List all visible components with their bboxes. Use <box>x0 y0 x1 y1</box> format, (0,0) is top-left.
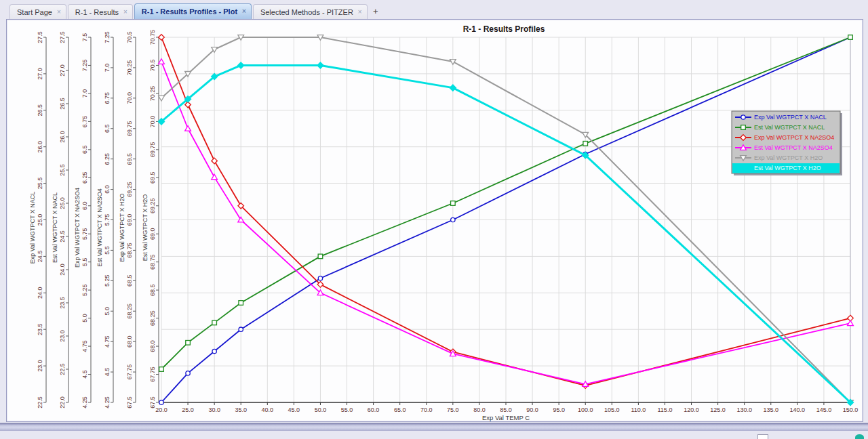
y-tick-label: 5.75 <box>81 228 88 240</box>
y-tick-label: 69.0 <box>149 228 156 240</box>
data-point-marker <box>185 126 191 131</box>
y-tick-label: 23.0 <box>37 360 43 372</box>
legend-row-6[interactable]: Est Val WGTPCT X H2O <box>732 163 840 173</box>
y-axis-title-6: Est Val WGTPCT X H2O <box>142 194 149 262</box>
x-tick-label: 90.0 <box>526 406 538 413</box>
tab-label: R-1 - Results Profiles - Plot <box>142 7 237 16</box>
x-axis-title: Exp Val TEMP C <box>482 414 530 421</box>
x-axis: 20.025.030.035.040.045.050.055.060.065.0… <box>155 402 858 421</box>
x-tick-label: 65.0 <box>394 406 406 413</box>
y-tick-label: 4.25 <box>104 396 111 409</box>
data-point-marker <box>848 320 854 326</box>
results-profiles-chart: 22.523.023.524.024.525.025.526.026.527.0… <box>7 20 863 421</box>
y-tick-label: 6.5 <box>104 124 111 133</box>
tab-r1-results-profiles-plot[interactable]: R-1 - Results Profiles - Plot× <box>134 3 252 19</box>
horizontal-scrollbar[interactable] <box>0 423 868 431</box>
y-tick-label: 69.25 <box>126 182 133 197</box>
y-tick-label: 5.25 <box>81 284 88 296</box>
y-tick-label: 6.25 <box>81 172 88 184</box>
y-axis-title-1: Exp Val WGTPCT X NACL <box>29 192 36 264</box>
y-tick-label: 4.5 <box>104 368 111 377</box>
y-tick-label: 67.75 <box>126 364 133 380</box>
data-point-marker <box>741 125 746 130</box>
y-tick-label: 70.25 <box>149 86 156 102</box>
y-axis-title-3: Exp Val WGTPCT X NA2SO4 <box>74 188 81 268</box>
data-point-marker <box>848 35 853 40</box>
data-point-marker <box>317 62 323 68</box>
y-tick-label: 25.0 <box>59 197 66 209</box>
y-tick-label: 27.5 <box>37 31 43 43</box>
tab-close-icon[interactable]: × <box>242 8 246 15</box>
y-tick-label: 4.25 <box>81 396 88 409</box>
x-tick-label: 55.0 <box>341 406 353 413</box>
y-tick-label: 27.0 <box>37 68 43 80</box>
x-tick-label: 50.0 <box>315 406 327 413</box>
tab-close-icon[interactable]: × <box>123 9 127 16</box>
y-tick-label: 24.0 <box>37 287 43 299</box>
data-point-marker <box>318 276 322 280</box>
y-tick-label: 24.5 <box>37 251 43 263</box>
data-point-marker <box>212 320 217 325</box>
y-tick-label: 68.25 <box>149 310 156 326</box>
data-point-marker <box>159 96 165 101</box>
y-tick-label: 5.0 <box>104 307 111 316</box>
tab-r1-results[interactable]: R-1 - Results× <box>68 4 133 19</box>
x-tick-label: 100.0 <box>578 406 593 413</box>
y-axis-5: 67.567.7568.068.2568.568.7569.069.2569.5… <box>119 31 136 409</box>
y-tick-label: 24.0 <box>59 264 66 276</box>
y-tick-label: 5.25 <box>104 275 111 287</box>
new-tab-button[interactable]: + <box>369 3 382 19</box>
data-point-marker <box>159 367 164 372</box>
tab-start-page[interactable]: Start Page× <box>9 4 66 19</box>
y-tick-label: 68.25 <box>126 304 133 319</box>
y-tick-label: 4.75 <box>104 335 111 348</box>
x-tick-label: 85.0 <box>500 406 512 413</box>
x-tick-label: 150.0 <box>843 406 859 413</box>
legend-label: Est Val WGTPCT X NA2SO4 <box>754 144 833 151</box>
tab-label: Start Page <box>17 8 52 16</box>
y-tick-label: 26.5 <box>37 104 43 117</box>
y-tick-label: 68.75 <box>126 243 133 258</box>
y-tick-label: 23.5 <box>37 323 43 335</box>
y-tick-label: 7.25 <box>104 31 111 43</box>
y-tick-label: 69.75 <box>126 121 133 136</box>
tab-close-icon[interactable]: × <box>358 9 362 16</box>
tab-selected-methods-pitzer[interactable]: Selected Methods - PITZER× <box>253 4 368 19</box>
legend-label: Est Val WGTPCT X NACL <box>754 124 825 131</box>
tab-bar: Start Page×R-1 - Results×R-1 - Results P… <box>9 2 868 19</box>
data-point-marker <box>212 158 218 164</box>
data-point-marker <box>159 35 165 41</box>
y-tick-label: 69.0 <box>126 214 133 226</box>
y-tick-label: 25.0 <box>37 214 43 226</box>
y-tick-label: 22.5 <box>59 363 66 375</box>
y-tick-label: 25.5 <box>59 164 66 176</box>
x-tick-label: 45.0 <box>288 406 300 413</box>
y-tick-label: 6.5 <box>81 146 88 154</box>
data-point-marker <box>318 254 323 259</box>
y-tick-label: 7.0 <box>104 64 111 72</box>
y-tick-label: 70.75 <box>149 30 156 45</box>
tab-label: Selected Methods - PITZER <box>260 8 353 16</box>
y-tick-label: 5.5 <box>104 246 111 255</box>
x-tick-label: 35.0 <box>235 406 247 413</box>
y-tick-label: 22.0 <box>59 396 66 409</box>
tab-close-icon[interactable]: × <box>57 9 61 16</box>
y-tick-label: 68.0 <box>149 340 156 352</box>
legend-label: Exp Val WGTPCT X NA2SO4 <box>754 134 834 141</box>
y-tick-label: 69.25 <box>149 198 156 214</box>
y-tick-label: 68.75 <box>149 254 156 270</box>
y-axis-title-5: Exp Val WGTPCT X H2O <box>119 193 125 262</box>
data-point-marker <box>159 400 163 404</box>
y-axis-4: 4.254.54.755.05.255.55.756.06.256.56.757… <box>96 31 113 409</box>
y-tick-label: 68.5 <box>149 284 156 296</box>
data-point-marker <box>238 62 244 68</box>
tab-label: R-1 - Results <box>75 8 119 16</box>
data-point-marker <box>451 217 455 222</box>
y-axis-3: 4.254.54.755.05.255.55.756.06.256.56.757… <box>74 33 91 409</box>
y-tick-label: 70.0 <box>149 116 156 128</box>
data-point-marker <box>159 59 165 64</box>
x-tick-label: 110.0 <box>631 406 646 413</box>
x-tick-label: 145.0 <box>816 406 832 413</box>
y-tick-label: 6.0 <box>81 202 88 211</box>
y-tick-label: 23.5 <box>59 297 66 309</box>
